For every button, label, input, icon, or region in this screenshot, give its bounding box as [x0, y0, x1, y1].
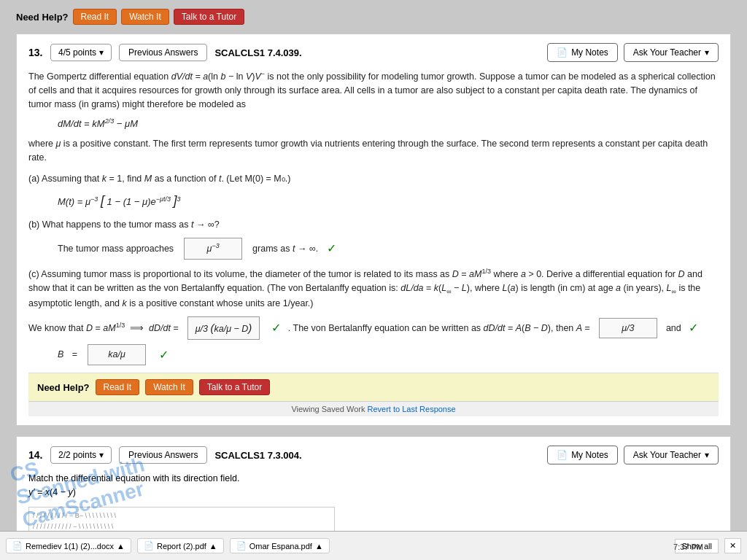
file-3-label: Omar Espana.pdf	[249, 542, 312, 551]
von-text: . The von Bertalanffy equation can be wr…	[285, 322, 590, 335]
question-13-content: The Gompertz differential equation dV/dt…	[28, 69, 719, 365]
intro-text: The Gompertz differential equation dV/dt…	[28, 69, 719, 111]
revert-link[interactable]: Revert to Last Response	[368, 405, 456, 413]
prev-answers-button-13[interactable]: Previous Answers	[119, 44, 207, 61]
need-help-label-13: Need Help?	[37, 382, 90, 393]
my-notes-button-13[interactable]: 📄 My Notes	[547, 43, 618, 62]
part-b-unit: grams as t → ∞.	[252, 242, 318, 256]
A-answer-box: μ/3	[599, 318, 657, 339]
question-14-points[interactable]: 2/2 points ▾	[50, 446, 112, 464]
we-know-text: We know that D = aM1/3 ⟹ dD/dt =	[28, 321, 179, 335]
part-c-label: (c) Assuming tumor mass is proportional …	[28, 267, 719, 311]
part-c-checkmark: ✓	[271, 319, 281, 337]
part-a-label: (a) Assuming that k = 1, find M as a fun…	[28, 172, 719, 186]
B-answer-box: ka/μ	[88, 344, 146, 365]
right-buttons-13: 📄 My Notes Ask Your Teacher ▾	[547, 43, 719, 62]
my-notes-button-14[interactable]: 📄 My Notes	[547, 446, 618, 464]
question-divider	[16, 430, 731, 436]
q14-equation: y′ = x(4 − y)	[28, 486, 719, 499]
right-buttons-14: 📄 My Notes Ask Your Teacher ▾	[547, 446, 719, 464]
question-14-number: 14.	[28, 449, 43, 461]
file-1-label: Remediev 1(1) (2)...docx	[26, 542, 114, 551]
part-b-text: The tumor mass approaches	[58, 242, 174, 256]
part-c-we-know: We know that D = aM1/3 ⟹ dD/dt = μ/3 (ka…	[28, 316, 719, 341]
B-label: B	[58, 348, 63, 362]
part-c: (c) Assuming tumor mass is proportional …	[28, 267, 719, 365]
part-b: (b) What happens to the tumor mass as t …	[28, 218, 719, 260]
part-a: (a) Assuming that k = 1, find M as a fun…	[28, 172, 719, 211]
dD-answer-box: μ/3 (ka/μ − D)	[187, 316, 260, 341]
chevron-down-icon: ▾	[99, 47, 104, 58]
A-checkmark: ✓	[689, 319, 698, 337]
part-b-answer-box: μ−3	[184, 238, 242, 260]
file-2-label: Report (2).pdf	[157, 542, 206, 551]
pdf-icon: 📄	[144, 541, 154, 551]
chevron-up-1: ▲	[117, 542, 125, 551]
part-b-answer-row: The tumor mass approaches μ−3 grams as t…	[58, 238, 719, 260]
question-13-block: 13. 4/5 points ▾ Previous Answers SCALCL…	[16, 34, 731, 426]
file-3[interactable]: 📄 Omar Espana.pdf ▲	[230, 538, 330, 553]
question-13-points[interactable]: 4/5 points ▾	[50, 44, 112, 61]
chevron-down-icon-14: ▾	[99, 450, 104, 460]
scalcls-label-13: SCALCLS1 7.4.039.	[214, 47, 301, 58]
bottom-taskbar: 📄 Remediev 1(1) (2)...docx ▲ 📄 Report (2…	[0, 531, 747, 560]
svg-text:/ / / / / / / / / / / − \ \ \ : / / / / / / / / / / / − \ \ \ \ \ \ \ \ …	[33, 523, 114, 530]
saved-work-bar-13: Viewing Saved Work Revert to Last Respon…	[28, 401, 719, 416]
question-14-header: 14. 2/2 points ▾ Previous Answers SCALCL…	[28, 446, 719, 464]
part-b-checkmark: ✓	[327, 240, 336, 257]
equation-dM: dM/dt = kM2/3 − μM	[58, 117, 719, 131]
read-it-button[interactable]: Read It	[73, 9, 117, 25]
chevron-up-3: ▲	[315, 542, 323, 551]
talk-to-tutor-button[interactable]: Talk to a Tutor	[174, 9, 244, 25]
part-b-label: (b) What happens to the tumor mass as t …	[28, 218, 719, 232]
doc-icon: 📄	[12, 541, 23, 551]
notes-icon-14: 📄	[557, 450, 568, 460]
and-text: and	[666, 322, 681, 335]
scalcls-label-14: SCALCLS1 7.3.004.	[214, 450, 301, 461]
file-1[interactable]: 📄 Remediev 1(1) (2)...docx ▲	[6, 538, 131, 553]
B-checkmark: ✓	[159, 346, 169, 364]
need-help-label: Need Help?	[16, 12, 69, 23]
file-2[interactable]: 📄 Report (2).pdf ▲	[137, 538, 224, 553]
question-13-number: 13.	[28, 47, 43, 58]
svg-text:/ / / / / / / / / / − B− \ \ \: / / / / / / / / / / − B− \ \ \ \ \ \ \ \…	[33, 512, 117, 519]
B-answer-row: B = ka/μ ✓	[58, 344, 719, 365]
ask-teacher-button-14[interactable]: Ask Your Teacher ▾	[624, 446, 719, 464]
pdf-icon-2: 📄	[236, 541, 247, 551]
talk-to-tutor-btn-13[interactable]: Talk to a Tutor	[199, 379, 270, 395]
prev-answers-button-14[interactable]: Previous Answers	[119, 446, 207, 464]
time-display: 7:37 PM	[673, 542, 703, 551]
watch-it-btn-13[interactable]: Watch It	[145, 379, 193, 395]
part-a-answer: M(t) = μ−3 [ 1 − (1 − μ)e−μt/3 ]3	[58, 191, 719, 211]
notes-icon: 📄	[557, 47, 568, 58]
chevron-down-icon-teacher: ▾	[705, 47, 709, 58]
saved-work-text: Viewing Saved Work	[291, 405, 367, 413]
read-it-btn-13[interactable]: Read It	[96, 379, 140, 395]
chevron-up-2: ▲	[209, 542, 217, 551]
chevron-down-icon-teacher-14: ▾	[705, 450, 709, 460]
q14-intro: Match the differential equation with its…	[28, 472, 719, 486]
question-13-header: 13. 4/5 points ▾ Previous Answers SCALCL…	[28, 43, 719, 62]
where-text: where μ is a positive constant. The firs…	[28, 137, 719, 165]
ask-teacher-button-13[interactable]: Ask Your Teacher ▾	[624, 43, 719, 62]
close-bottom-button[interactable]: ✕	[724, 538, 741, 553]
watch-it-button[interactable]: Watch It	[121, 9, 169, 25]
need-help-section-13: Need Help? Read It Watch It Talk to a Tu…	[28, 373, 719, 401]
